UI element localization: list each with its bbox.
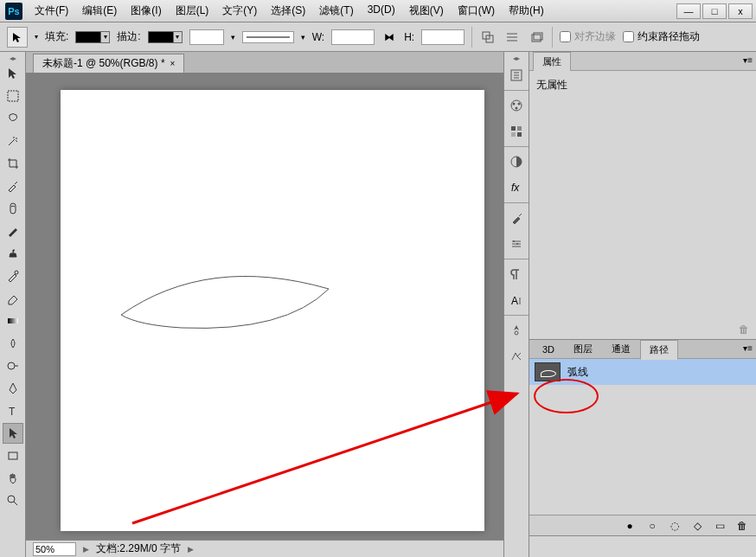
path-name-label[interactable]: 弧线: [567, 365, 588, 380]
text-tool[interactable]: T: [3, 400, 23, 421]
adjustments-panel-icon[interactable]: [506, 151, 527, 172]
zoom-tool[interactable]: [3, 490, 23, 511]
align-edges-checkbox[interactable]: [560, 31, 571, 42]
panel-grip[interactable]: [504, 54, 529, 62]
fill-dropdown[interactable]: ▾: [101, 31, 110, 43]
crop-tool[interactable]: [3, 153, 23, 174]
constrain-path-option[interactable]: 约束路径拖动: [623, 29, 700, 44]
swatches-panel-icon[interactable]: [506, 121, 527, 142]
menu-layer[interactable]: 图层(L): [169, 0, 216, 22]
stroke-dropdown[interactable]: ▾: [174, 31, 183, 43]
status-caret-icon[interactable]: ▶: [83, 545, 89, 554]
gradient-tool[interactable]: [3, 311, 23, 331]
fill-swatch[interactable]: [75, 31, 101, 43]
magic-wand-tool[interactable]: [3, 131, 23, 151]
tab-channels[interactable]: 通道: [602, 339, 640, 359]
close-tab-icon[interactable]: ×: [170, 59, 176, 68]
svg-point-18: [513, 103, 516, 106]
menu-type[interactable]: 文字(Y): [215, 0, 264, 22]
fill-label: 填充:: [45, 29, 68, 44]
path-alignment-icon[interactable]: [503, 29, 521, 46]
tab-properties[interactable]: 属性: [533, 52, 571, 72]
menu-window[interactable]: 窗口(W): [451, 0, 502, 22]
path-thumbnail[interactable]: [535, 362, 561, 381]
fill-path-icon[interactable]: ●: [623, 519, 637, 533]
minimize-button[interactable]: —: [676, 3, 701, 19]
menu-edit[interactable]: 编辑(E): [75, 0, 124, 22]
path-item[interactable]: 弧线: [529, 359, 756, 385]
width-input[interactable]: [331, 29, 375, 45]
move-tool[interactable]: [3, 63, 23, 84]
rectangle-tool[interactable]: [3, 445, 23, 466]
lasso-tool[interactable]: [3, 108, 23, 129]
width-label: W:: [312, 31, 324, 43]
menu-filter[interactable]: 滤镜(T): [312, 0, 360, 22]
panel-menu-icon[interactable]: ▾≡: [743, 55, 753, 65]
brush-tool[interactable]: [3, 221, 23, 241]
path-selection-tool[interactable]: [3, 423, 23, 444]
marquee-tool[interactable]: [3, 86, 23, 106]
delete-path-icon[interactable]: 🗑: [735, 519, 749, 533]
new-path-icon[interactable]: ▭: [713, 519, 727, 533]
link-icon[interactable]: ⧓: [381, 29, 397, 45]
stroke-unit-dropdown[interactable]: ▾: [231, 33, 235, 42]
svg-rect-11: [8, 318, 18, 323]
collapsed-panel-dock: fx A: [503, 52, 529, 557]
eyedropper-tool[interactable]: [3, 176, 23, 196]
zoom-input[interactable]: [33, 542, 76, 556]
brushes-panel-icon[interactable]: [506, 208, 527, 228]
eraser-tool[interactable]: [3, 288, 23, 309]
panel-grip[interactable]: [0, 54, 25, 62]
trash-icon[interactable]: 🗑: [739, 323, 749, 336]
svg-point-19: [518, 103, 521, 106]
constrain-path-checkbox[interactable]: [623, 31, 634, 42]
tab-layers[interactable]: 图层: [564, 339, 602, 359]
menu-file[interactable]: 文件(F): [28, 0, 75, 22]
stroke-path-icon[interactable]: ○: [645, 519, 659, 533]
tab-paths[interactable]: 路径: [640, 340, 678, 360]
path-arrangement-icon[interactable]: [528, 29, 545, 46]
close-button[interactable]: x: [728, 3, 753, 19]
stroke-style-picker[interactable]: [242, 31, 294, 43]
document-tab[interactable]: 未标题-1 @ 50%(RGB/8) * ×: [33, 54, 184, 73]
stroke-style-dropdown[interactable]: ▾: [301, 33, 305, 42]
character-panel-icon[interactable]: A: [506, 290, 527, 311]
stroke-width-input[interactable]: [189, 29, 224, 45]
blur-tool[interactable]: [3, 333, 23, 354]
path-operations-icon[interactable]: [479, 29, 497, 46]
height-input[interactable]: [421, 29, 464, 45]
clone-stamp-tool[interactable]: [3, 243, 23, 264]
tool-preset-picker[interactable]: [7, 27, 28, 48]
chevron-down-icon[interactable]: ▾: [35, 33, 38, 41]
make-work-path-icon[interactable]: ◇: [690, 519, 704, 533]
status-caret-icon[interactable]: ▶: [188, 545, 194, 554]
styles-panel-icon[interactable]: fx: [506, 177, 527, 198]
pen-tool[interactable]: [3, 378, 23, 399]
paragraph-panel-icon[interactable]: [506, 264, 527, 285]
dodge-tool[interactable]: [3, 355, 23, 376]
maximize-button[interactable]: □: [702, 3, 727, 19]
menu-help[interactable]: 帮助(H): [502, 0, 551, 22]
history-panel-icon[interactable]: [506, 65, 527, 86]
brush-presets-panel-icon[interactable]: [506, 234, 527, 254]
hand-tool[interactable]: [3, 468, 23, 489]
canvas-viewport[interactable]: [26, 73, 503, 540]
tool-presets-panel-icon[interactable]: [506, 346, 527, 367]
paths-panel-footer: ● ○ ◌ ◇ ▭ 🗑: [529, 515, 756, 535]
navigator-panel-icon[interactable]: [506, 320, 527, 341]
menu-select[interactable]: 选择(S): [264, 0, 312, 22]
color-panel-icon[interactable]: [506, 95, 527, 116]
canvas[interactable]: [61, 90, 484, 531]
stroke-swatch[interactable]: [148, 31, 174, 43]
healing-brush-tool[interactable]: [3, 198, 23, 219]
menu-image[interactable]: 图像(I): [124, 0, 168, 22]
panel-menu-icon[interactable]: ▾≡: [743, 343, 753, 353]
align-edges-option[interactable]: 对齐边缘: [560, 29, 616, 44]
history-brush-tool[interactable]: [3, 266, 23, 286]
menu-view[interactable]: 视图(V): [402, 0, 451, 22]
paths-list[interactable]: 弧线: [529, 359, 756, 515]
stroke-label: 描边:: [117, 29, 140, 44]
menu-3d[interactable]: 3D(D): [361, 0, 402, 22]
tab-3d[interactable]: 3D: [533, 341, 564, 358]
load-selection-icon[interactable]: ◌: [668, 519, 682, 533]
